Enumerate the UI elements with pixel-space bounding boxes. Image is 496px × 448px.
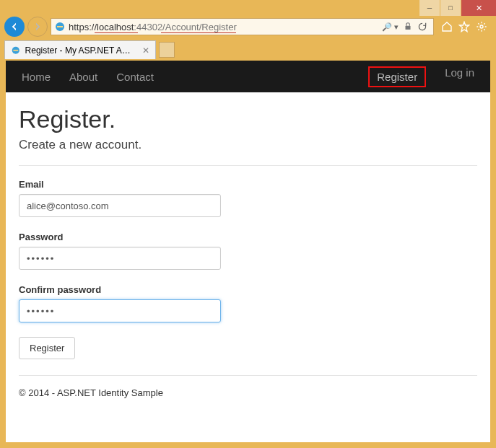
- nav-home[interactable]: Home: [22, 71, 51, 83]
- url-path: /Account/Register: [162, 22, 237, 32]
- back-button[interactable]: [4, 17, 25, 37]
- url-underline-host: [95, 32, 138, 33]
- email-field[interactable]: [19, 194, 221, 217]
- browser-toolbar: https://localhost:44302/Account/Register…: [0, 16, 496, 38]
- search-dropdown-icon[interactable]: 🔎 ▾: [382, 22, 399, 32]
- page-body: Register. Create a new account. Email Pa…: [6, 92, 490, 407]
- form-group-email: Email: [19, 179, 477, 217]
- new-tab-button[interactable]: [159, 42, 175, 58]
- footer-text: © 2014 - ASP.NET Identity Sample: [19, 375, 477, 398]
- arrow-right-icon: [32, 21, 43, 32]
- arrow-left-icon: [9, 21, 20, 32]
- gear-icon[interactable]: [476, 21, 487, 32]
- favorites-icon[interactable]: [458, 21, 470, 32]
- tab-strip: Register - My ASP.NET App... ✕: [0, 38, 496, 59]
- password-field[interactable]: [19, 247, 221, 270]
- form-group-confirm: Confirm password: [19, 284, 477, 322]
- tab-close-button[interactable]: ✕: [142, 45, 149, 56]
- window-close-button[interactable]: ✕: [461, 0, 496, 16]
- page-title: Register.: [19, 105, 477, 133]
- nav-contact[interactable]: Contact: [116, 71, 154, 83]
- nav-login[interactable]: Log in: [445, 66, 474, 87]
- ie-icon: [54, 21, 66, 32]
- page-subtitle: Create a new account.: [19, 138, 477, 152]
- password-label: Password: [19, 232, 477, 242]
- address-bar[interactable]: https://localhost:44302/Account/Register…: [51, 18, 434, 35]
- separator: [19, 165, 477, 166]
- url-underline-path: [161, 32, 236, 33]
- url-scheme: https://: [69, 22, 97, 32]
- nav-register[interactable]: Register: [368, 66, 426, 87]
- site-navbar: Home About Contact Register Log in: [6, 61, 490, 92]
- form-group-password: Password: [19, 232, 477, 270]
- browser-tab[interactable]: Register - My ASP.NET App... ✕: [4, 40, 156, 59]
- forward-button[interactable]: [27, 17, 48, 37]
- confirm-password-label: Confirm password: [19, 284, 477, 295]
- home-icon[interactable]: [441, 21, 453, 32]
- email-label: Email: [19, 179, 477, 190]
- window-titlebar: ─ □ ✕: [0, 0, 496, 16]
- window-maximize-button[interactable]: □: [440, 0, 461, 16]
- svg-point-2: [480, 25, 483, 28]
- svg-rect-1: [406, 26, 411, 30]
- refresh-icon[interactable]: [417, 22, 427, 32]
- page-viewport: Home About Contact Register Log in Regis…: [6, 61, 490, 442]
- register-button[interactable]: Register: [19, 337, 75, 359]
- tab-title: Register - My ASP.NET App...: [25, 45, 135, 56]
- nav-about[interactable]: About: [69, 71, 97, 83]
- lock-icon: [403, 22, 413, 32]
- window-minimize-button[interactable]: ─: [419, 0, 440, 16]
- url-port: :44302: [134, 22, 162, 32]
- ie-icon: [11, 45, 21, 56]
- address-right-controls: 🔎 ▾: [382, 22, 430, 32]
- confirm-password-field[interactable]: [19, 299, 221, 322]
- url-host: localhost: [97, 22, 134, 32]
- browser-chrome-icons: [437, 21, 492, 32]
